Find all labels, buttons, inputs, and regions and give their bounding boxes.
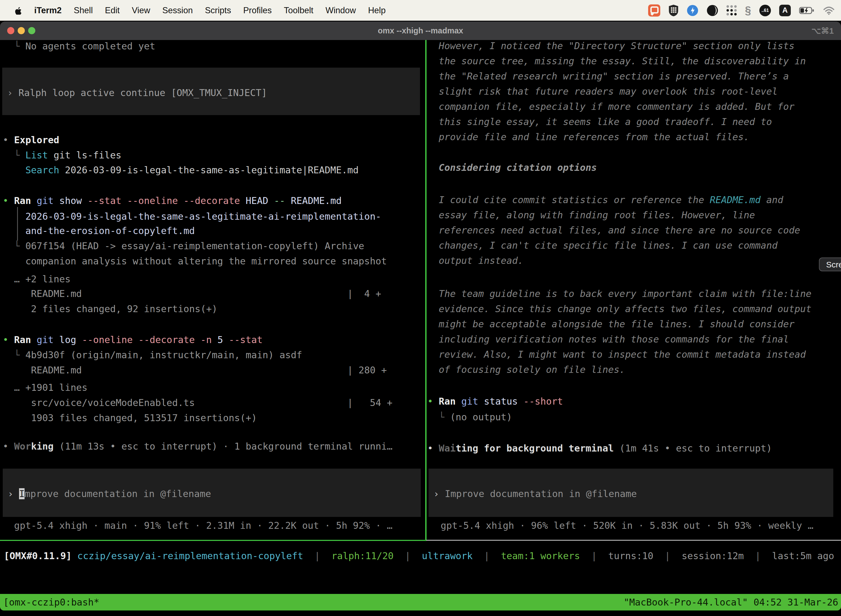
wifi-icon[interactable] bbox=[823, 6, 835, 15]
shield-grid-icon[interactable] bbox=[668, 4, 678, 16]
menu-item-shell[interactable]: Shell bbox=[74, 6, 93, 15]
terminal-content: └ No agents completed yet• Explored └ Li… bbox=[0, 40, 841, 610]
menu-item-iterm2[interactable]: iTerm2 bbox=[34, 6, 62, 15]
menu-items: iTerm2 Shell Edit View Session Scripts P… bbox=[34, 6, 386, 15]
menu-item-session[interactable]: Session bbox=[162, 6, 193, 15]
crescent-circle-icon[interactable] bbox=[707, 5, 718, 16]
tmux-session-label: [omx-cczip0:bash* bbox=[3, 594, 99, 610]
blue-bolt-badge-icon[interactable] bbox=[687, 5, 698, 16]
menu-bar-status-icons: § ..61 A bbox=[648, 4, 835, 16]
apple-logo-icon bbox=[14, 6, 22, 15]
squiggle-icon[interactable]: § bbox=[745, 4, 751, 16]
menu-item-toolbelt[interactable]: Toolbelt bbox=[284, 6, 314, 15]
percent-badge-icon[interactable]: ..61 bbox=[759, 5, 771, 16]
window-title-bar[interactable]: omx --xhigh --madmax ⌥⌘1 bbox=[0, 22, 841, 40]
menu-item-help[interactable]: Help bbox=[368, 6, 386, 15]
dots-grid-icon[interactable] bbox=[727, 5, 737, 15]
tmux-host-clock: "MacBook-Pro-44.local" 04:52 31-Mar-26 bbox=[624, 594, 838, 610]
battery-icon[interactable] bbox=[799, 6, 815, 15]
iterm2-window: omx --xhigh --madmax ⌥⌘1 └ No agents com… bbox=[0, 22, 841, 610]
apple-menu-icon[interactable] bbox=[14, 6, 23, 15]
window-title: omx --xhigh --madmax bbox=[0, 22, 841, 40]
menu-item-view[interactable]: View bbox=[132, 6, 150, 15]
screen: { "menu_bar": { "items": ["iTerm2", "She… bbox=[0, 0, 841, 616]
terminal-line: [OMX#0.11.9] cczip/essay/ai-reimplementa… bbox=[4, 549, 834, 563]
a-badge-icon[interactable]: A bbox=[779, 5, 791, 16]
menu-item-scripts[interactable]: Scripts bbox=[205, 6, 231, 15]
macos-menu-bar: iTerm2 Shell Edit View Session Scripts P… bbox=[0, 0, 841, 21]
menu-item-profiles[interactable]: Profiles bbox=[243, 6, 271, 15]
tmux-status-bar: [omx-cczip0:bash* "MacBook-Pro-44.local"… bbox=[0, 594, 841, 610]
menu-item-edit[interactable]: Edit bbox=[105, 6, 119, 15]
omx-status-bar: [OMX#0.11.9] cczip/essay/ai-reimplementa… bbox=[0, 40, 841, 610]
menu-item-window[interactable]: Window bbox=[325, 6, 356, 15]
messages-icon[interactable] bbox=[648, 4, 660, 16]
window-shortcut-badge: ⌥⌘1 bbox=[812, 22, 834, 40]
